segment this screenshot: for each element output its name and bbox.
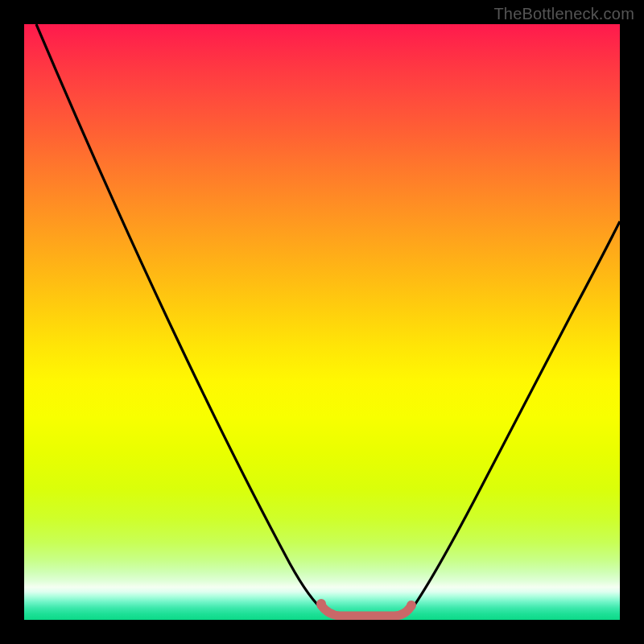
watermark-text: TheBottleneck.com [493, 5, 634, 23]
plot-area [24, 24, 620, 620]
optimal-zone-marker [321, 605, 411, 616]
optimal-start-dot [316, 599, 326, 609]
bottleneck-curve [36, 24, 620, 616]
optimal-end-dot [407, 601, 416, 610]
chart-svg [24, 24, 620, 620]
